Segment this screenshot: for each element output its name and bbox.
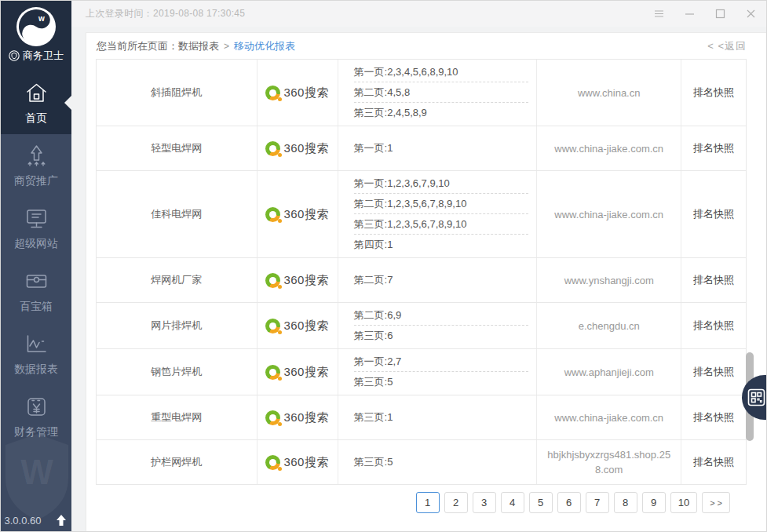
keyword-cell: 焊网机厂家 — [97, 258, 257, 302]
page-button-9[interactable]: 9 — [642, 492, 666, 513]
snapshot-link[interactable]: 排名快照 — [681, 126, 746, 170]
page-rank-line: 第三页:6 — [354, 326, 529, 346]
snapshot-link[interactable]: 排名快照 — [681, 60, 746, 126]
titlebar: 上次登录时间：2019-08-08 17:30:45 — [71, 1, 766, 27]
engine-label: 360搜索 — [283, 365, 329, 380]
sidebar-item-label: 首页 — [25, 111, 47, 126]
sidebar-item-super-website[interactable]: 超级网站 — [1, 197, 71, 260]
page-rank-line: 第一页:2,7 — [354, 352, 529, 372]
snapshot-link[interactable]: 排名快照 — [681, 440, 746, 484]
keyword-cell: 护栏网焊机 — [97, 440, 257, 484]
engine-label: 360搜索 — [283, 273, 329, 288]
page-rank-line: 第三页:2,4,5,8,9 — [354, 103, 529, 123]
pages-cell: 第三页:1 — [338, 395, 538, 439]
engine-cell: 360搜索 — [257, 60, 338, 126]
content-area: 您当前所在页面：数据报表 > 移动优化报表 < <返回 斜插阻焊机360搜索第一… — [71, 27, 766, 531]
keyword-cell: 佳科电焊网 — [97, 171, 257, 257]
table-row: 斜插阻焊机360搜索第一页:2,3,4,5,6,8,9,10第二页:4,5,8第… — [97, 60, 746, 126]
page-button-4[interactable]: 4 — [501, 492, 524, 513]
engine-label: 360搜索 — [283, 207, 329, 222]
engine-label: 360搜索 — [283, 410, 329, 425]
page-button-7[interactable]: 7 — [586, 492, 609, 513]
main-area: 上次登录时间：2019-08-08 17:30:45 您当前所在页 — [71, 1, 766, 531]
engine-label: 360搜索 — [283, 141, 329, 156]
pages-cell: 第一页:1,2,3,6,7,9,10第二页:1,2,3,5,6,7,8,9,10… — [338, 171, 538, 257]
page-button-8[interactable]: 8 — [614, 492, 637, 513]
engine-wrap: 360搜索 — [265, 365, 329, 380]
table-row: 重型电焊网360搜索第三页:1www.china-jiake.com.cn排名快… — [97, 395, 746, 440]
breadcrumb-prefix: 您当前所在页面： — [97, 39, 178, 53]
breadcrumb-separator: > — [224, 41, 229, 52]
snapshot-link[interactable]: 排名快照 — [681, 171, 746, 257]
snapshot-link[interactable]: 排名快照 — [681, 258, 746, 302]
page-button-3[interactable]: 3 — [473, 492, 496, 513]
pages-cell: 第二页:6,9第三页:6 — [338, 303, 538, 348]
pagination: 12345678910>> — [86, 485, 766, 513]
360-search-logo-icon — [265, 365, 280, 380]
update-arrow-icon[interactable] — [54, 513, 68, 527]
close-icon[interactable] — [736, 1, 766, 27]
engine-cell: 360搜索 — [257, 171, 338, 257]
engine-cell: 360搜索 — [257, 349, 338, 395]
sidebar-item-trade-promotion[interactable]: 商贸推广 — [1, 134, 71, 197]
page-button-10[interactable]: 10 — [670, 492, 697, 513]
page-rank-line: 第二页:7 — [354, 270, 529, 290]
chart-icon — [24, 331, 49, 357]
url-cell: www.ynshangji.com — [537, 258, 681, 302]
engine-wrap: 360搜索 — [265, 410, 329, 425]
breadcrumb-current[interactable]: 移动优化报表 — [234, 39, 295, 53]
app-window: w 商务卫士 首页商贸推广超级网站百宝箱数据报表财务管理 W 3.0.0.60 — [0, 0, 767, 532]
page-rank-line: 第二页:1,2,3,5,6,7,8,9,10 — [354, 194, 529, 214]
menu-icon[interactable] — [644, 1, 674, 27]
sidebar-item-home[interactable]: 首页 — [1, 71, 71, 134]
360-search-logo-icon — [265, 273, 280, 288]
url-cell: www.china-jiake.com.cn — [537, 126, 681, 170]
home-icon — [24, 80, 49, 106]
sidebar-item-toolbox[interactable]: 百宝箱 — [1, 260, 71, 322]
keyword-cell: 网片排焊机 — [97, 303, 257, 348]
rank-table: 斜插阻焊机360搜索第一页:2,3,4,5,6,8,9,10第二页:4,5,8第… — [96, 59, 747, 485]
minimize-icon[interactable] — [674, 1, 705, 27]
page-rank-line: 第三页:1,2,3,5,6,7,8,9,10 — [354, 214, 529, 235]
page-rank-line: 第二页:4,5,8 — [354, 82, 529, 103]
snapshot-link[interactable]: 排名快照 — [681, 303, 746, 348]
page-button-1[interactable]: 1 — [416, 492, 440, 513]
engine-label: 360搜索 — [283, 319, 329, 333]
engine-label: 360搜索 — [283, 455, 329, 470]
360-search-logo-icon — [265, 86, 280, 100]
breadcrumb: 您当前所在页面：数据报表 > 移动优化报表 < <返回 — [86, 33, 766, 59]
pages-cell: 第三页:5 — [338, 440, 538, 484]
last-login-text: 上次登录时间：2019-08-08 17:30:45 — [86, 7, 245, 20]
monitor-icon — [24, 206, 49, 231]
engine-wrap: 360搜索 — [265, 207, 329, 222]
table-row: 护栏网焊机360搜索第三页:5hbjkhjsbyxzrgs481.shop.25… — [97, 440, 746, 485]
engine-wrap: 360搜索 — [265, 86, 329, 100]
app-logo-icon: w — [16, 6, 57, 47]
sidebar-item-label: 数据报表 — [14, 363, 58, 377]
window-controls — [644, 1, 766, 27]
maximize-icon[interactable] — [705, 1, 736, 27]
engine-label: 360搜索 — [283, 86, 329, 100]
table-row: 焊网机厂家360搜索第二页:7www.ynshangji.com排名快照 — [97, 258, 746, 303]
url-cell: hbjkhjsbyxzrgs481.shop.258.com — [537, 440, 681, 484]
page-button-5[interactable]: 5 — [529, 492, 553, 513]
sidebar-item-label: 超级网站 — [14, 237, 58, 251]
next-page-button[interactable]: >> — [702, 492, 730, 513]
360-search-logo-icon — [265, 141, 280, 156]
page-button-6[interactable]: 6 — [557, 492, 581, 513]
snapshot-link[interactable]: 排名快照 — [681, 349, 746, 395]
finance-icon — [24, 394, 49, 420]
version-row: 3.0.0.60 — [1, 513, 71, 527]
brand-row: 商务卫士 — [9, 49, 64, 63]
page-rank-line: 第一页:2,3,4,5,6,8,9,10 — [354, 62, 529, 82]
engine-wrap: 360搜索 — [265, 319, 329, 333]
back-button[interactable]: < <返回 — [707, 39, 747, 53]
snapshot-link[interactable]: 排名快照 — [681, 395, 746, 439]
sidebar-item-data-report[interactable]: 数据报表 — [1, 322, 71, 385]
breadcrumb-section: 数据报表 — [178, 39, 219, 53]
page-button-2[interactable]: 2 — [444, 492, 468, 513]
url-cell: www.china.cn — [537, 60, 681, 126]
pages-cell: 第一页:1 — [338, 126, 538, 170]
url-cell: www.china-jiake.com.cn — [537, 171, 681, 257]
sidebar-item-finance[interactable]: 财务管理 — [1, 385, 71, 448]
